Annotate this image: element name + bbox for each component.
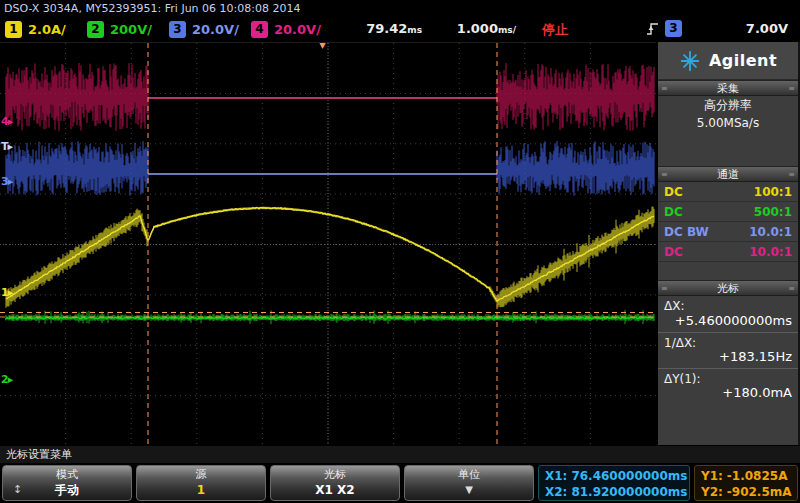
channels-header-label: 通道 (717, 168, 739, 181)
edge-trigger-icon (646, 21, 660, 37)
brand-name: Agilent (709, 51, 777, 70)
softkey-source-label: 源 (137, 468, 265, 482)
coupling-label: DC (664, 205, 683, 219)
cursors-header-label: 光标 (717, 282, 739, 295)
timebase-value: 1.000 (457, 21, 498, 36)
coupling-label: DC BW (664, 225, 709, 239)
y1-value: -1.0825A (727, 469, 788, 483)
agilent-spark-icon (679, 50, 701, 72)
time-delay-unit: ms (407, 25, 422, 35)
channel-1-info-row: DC 100:1 (658, 182, 798, 202)
acquisition-header-label: 采集 (717, 82, 739, 95)
channel-4-scale: 20.0V/ (274, 22, 321, 37)
menu-title: 光标设置菜单 (6, 448, 72, 461)
panel-spacer (658, 262, 798, 280)
channel-2-badge: 2 (87, 21, 104, 38)
status-bar: DSO-X 3034A, MY52393951: Fri Jun 06 10:0… (0, 0, 800, 17)
x2-label: X2: (545, 485, 567, 499)
timebase-unit: ms/ (498, 25, 516, 35)
time-delay-readout: 79.42ms (340, 21, 422, 36)
marker-2[interactable]: 2▸ (1, 373, 12, 387)
channel-settings-bar: 1 2.0A/ 2 200V/ 3 20.0V/ 4 20.0V/ 79.42m… (0, 17, 800, 42)
info-panel: Agilent ≡ 采集 ≡ 高分辨率 5.00MSa/s ≡ 通道 ≡ DC … (656, 42, 800, 445)
softkey-mode-value: ↕ 手动 (3, 482, 131, 498)
knob-select-icon: ↕ (13, 482, 22, 498)
panel-spacer (658, 132, 798, 166)
softkey-bar: 模式 ↕ 手动 源 1 光标 X1 X2 单位 ▼ X1:76.46000000… (0, 463, 800, 503)
oscilloscope-screen: DSO-X 3034A, MY52393951: Fri Jun 06 10:0… (0, 0, 800, 503)
y2-label: Y2: (701, 485, 723, 499)
probe-ratio: 100:1 (754, 185, 792, 199)
channel-3-scale: 20.0V/ (192, 22, 239, 37)
cursors-header: ≡ 光标 ≡ (658, 280, 798, 296)
cursor-dy-label: ΔY(1): (658, 368, 798, 385)
y1-label: Y1: (701, 469, 723, 483)
acquisition-mode: 高分辨率 (658, 96, 798, 114)
cursor-dy-value: +180.0mA (658, 385, 798, 401)
probe-ratio: 500:1 (754, 205, 792, 219)
panel-grip-icon: ≡ (788, 82, 795, 95)
softkey-cursors[interactable]: 光标 X1 X2 (270, 465, 400, 501)
softkey-cursors-value: X1 X2 (271, 482, 399, 498)
coupling-label: DC (664, 245, 683, 259)
marker-4[interactable]: 4▸ (1, 115, 12, 129)
y2-value: -902.5mA (727, 485, 792, 499)
run-status: 停止 (542, 21, 568, 39)
panel-grip-icon: ≡ (661, 282, 668, 295)
x2-readout-line: X2:81.920000000ms (545, 484, 683, 500)
brand-row: Agilent (658, 42, 798, 80)
x1-readout-line: X1:76.460000000ms (545, 468, 683, 484)
sample-rate: 5.00MSa/s (658, 114, 798, 132)
y1-readout-line: Y1:-1.0825A (701, 468, 791, 484)
menu-title-bar: 光标设置菜单 (0, 445, 800, 463)
channel-3-setting[interactable]: 3 20.0V/ (169, 20, 239, 38)
softkey-mode[interactable]: 模式 ↕ 手动 (2, 465, 132, 501)
x1-value: 76.460000000ms (571, 469, 687, 483)
y-cursor-readout: Y1:-1.0825A Y2:-902.5mA (694, 465, 798, 501)
softkey-mode-label: 模式 (3, 468, 131, 482)
panel-grip-icon: ≡ (661, 82, 668, 95)
panel-grip-icon: ≡ (661, 168, 668, 181)
dropdown-arrow-icon: ▼ (405, 482, 533, 498)
timebase-readout: 1.000ms/ (436, 21, 516, 36)
cursor-freq-value: +183.15Hz (658, 349, 798, 365)
channel-1-badge: 1 (5, 21, 22, 38)
channel-1-setting[interactable]: 1 2.0A/ (5, 20, 66, 38)
probe-ratio: 10.0:1 (749, 245, 792, 259)
channel-2-setting[interactable]: 2 200V/ (87, 20, 152, 38)
panel-grip-icon: ≡ (788, 282, 795, 295)
acquisition-header: ≡ 采集 ≡ (658, 80, 798, 96)
channel-1-scale: 2.0A/ (28, 22, 66, 37)
cursor-dx-value: +5.460000000ms (658, 313, 798, 329)
softkey-source[interactable]: 源 1 (136, 465, 266, 501)
channel-4-info-row: DC 10.0:1 (658, 242, 798, 262)
cursor-freq-label: 1/ΔX: (658, 332, 798, 349)
waveform-display[interactable]: 4▸T▸3▸1▸2▸▼ (0, 42, 656, 445)
softkey-mode-value-text: 手动 (55, 483, 79, 497)
channel-2-scale: 200V/ (110, 22, 152, 37)
softkey-source-value: 1 (137, 482, 265, 498)
softkey-cursors-label: 光标 (271, 468, 399, 482)
channel-3-info-row: DC BW 10.0:1 (658, 222, 798, 242)
channel-4-setting[interactable]: 4 20.0V/ (251, 20, 321, 38)
marker-3[interactable]: 3▸ (1, 175, 12, 189)
softkey-units[interactable]: 单位 ▼ (404, 465, 534, 501)
marker-1[interactable]: 1▸ (1, 286, 12, 300)
panel-grip-icon: ≡ (788, 168, 795, 181)
coupling-label: DC (664, 185, 683, 199)
cursor-dx-label: ΔX: (658, 296, 798, 313)
channels-header: ≡ 通道 ≡ (658, 166, 798, 182)
channel-3-badge: 3 (169, 21, 186, 38)
model-and-time-text: DSO-X 3034A, MY52393951: Fri Jun 06 10:0… (4, 2, 300, 15)
x-cursor-readout: X1:76.460000000ms X2:81.920000000ms (538, 465, 690, 501)
channel-2-info-row: DC 500:1 (658, 202, 798, 222)
softkey-units-label: 单位 (405, 468, 533, 482)
x2-value: 81.920000000ms (571, 485, 687, 499)
time-delay-value: 79.42 (366, 21, 407, 36)
y2-readout-line: Y2:-902.5mA (701, 484, 791, 500)
trigger-source-badge: 3 (665, 20, 682, 37)
channel-4-badge: 4 (251, 21, 268, 38)
waveform-canvas (0, 43, 656, 445)
time-ref-marker: ▼ (319, 42, 326, 50)
marker-T[interactable]: T▸ (1, 140, 12, 154)
